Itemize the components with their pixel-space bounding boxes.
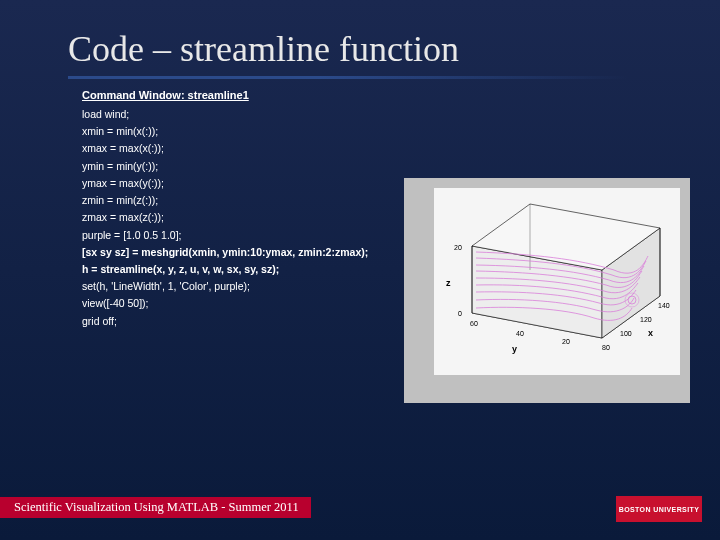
svg-text:0: 0	[458, 310, 462, 317]
logo-text: BOSTON UNIVERSITY	[619, 506, 700, 513]
footer-bar: Scientific Visualization Using MATLAB - …	[0, 497, 311, 518]
svg-text:20: 20	[454, 244, 462, 251]
svg-text:x: x	[648, 328, 653, 338]
svg-text:100: 100	[620, 330, 632, 337]
boston-university-logo: BOSTON UNIVERSITY	[616, 496, 702, 522]
svg-text:20: 20	[562, 338, 570, 345]
code-line: ymin = min(y(:));	[82, 159, 720, 174]
svg-text:120: 120	[640, 316, 652, 323]
svg-text:60: 60	[470, 320, 478, 327]
code-line: xmax = max(x(:));	[82, 141, 720, 156]
code-line: xmin = min(x(:));	[82, 124, 720, 139]
streamline-figure: 0 20 z 80 100 120 140 x 60 40 20 y	[404, 178, 690, 403]
svg-text:z: z	[446, 278, 451, 288]
svg-text:80: 80	[602, 344, 610, 351]
code-line: load wind;	[82, 107, 720, 122]
command-window-header: Command Window: streamline1	[82, 89, 720, 101]
svg-text:140: 140	[658, 302, 670, 309]
slide-title: Code – streamline function	[0, 0, 720, 76]
svg-text:40: 40	[516, 330, 524, 337]
plot-area: 0 20 z 80 100 120 140 x 60 40 20 y	[434, 188, 680, 375]
svg-text:y: y	[512, 344, 517, 354]
